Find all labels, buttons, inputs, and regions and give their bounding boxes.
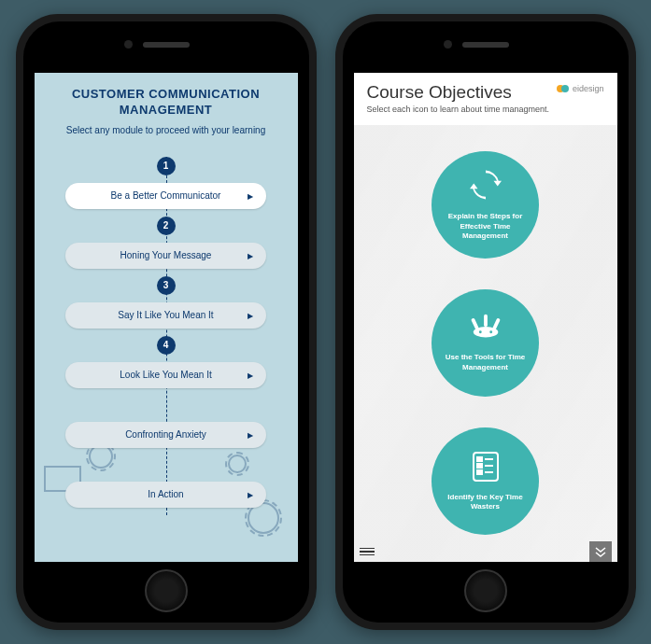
play-icon: ▶ (248, 490, 253, 498)
svg-rect-1 (471, 318, 479, 331)
play-icon: ▶ (248, 430, 253, 439)
phone-camera (124, 40, 133, 49)
bottom-bar (354, 541, 617, 562)
screen-customer-communication: CUSTOMER COMMUNICATION MANAGEMENT Select… (35, 73, 298, 562)
checklist-icon (473, 452, 499, 485)
screen-course-objectives: Course Objectives Select each icon to le… (354, 73, 617, 562)
module-label: Be a Better Communicator (111, 190, 221, 201)
module-label: Look Like You Mean It (120, 370, 211, 380)
module-button[interactable]: Say It Like You Mean It ▶ (65, 302, 266, 329)
brand-logo: eidesign (557, 84, 604, 93)
svg-point-4 (478, 331, 481, 334)
svg-rect-11 (477, 470, 482, 474)
objective-label: Use the Tools for Time Management (441, 353, 530, 372)
play-icon: ▶ (248, 311, 253, 319)
logo-dot-icon (561, 85, 569, 92)
svg-rect-3 (484, 315, 488, 327)
phone-camera (444, 40, 452, 49)
step-number: 1 (157, 157, 176, 175)
page-subtitle: Select any module to proceed with your l… (66, 124, 265, 136)
menu-icon[interactable] (360, 548, 375, 556)
objective-circle[interactable]: Identify the Key Time Wasters (432, 427, 539, 535)
objective-label: Identify the Key Time Wasters (441, 493, 530, 512)
phone-mockup-left: CUSTOMER COMMUNICATION MANAGEMENT Select… (16, 14, 317, 630)
home-button[interactable] (464, 569, 507, 612)
tools-icon (468, 314, 503, 345)
play-icon: ▶ (248, 371, 253, 379)
objectives-body: Explain the Steps for Effective Time Man… (354, 125, 617, 562)
svg-point-5 (489, 331, 492, 334)
phone-mockup-right: Course Objectives Select each icon to le… (335, 14, 636, 630)
step-number: 2 (157, 217, 176, 235)
play-icon: ▶ (248, 191, 253, 200)
module-label: Say It Like You Mean It (118, 310, 213, 320)
objective-circle[interactable]: Use the Tools for Time Management (432, 289, 539, 397)
module-button[interactable]: Honing Your Message ▶ (65, 243, 266, 269)
module-button[interactable]: In Action ▶ (65, 482, 266, 508)
phone-speaker (143, 42, 190, 48)
home-button[interactable] (145, 569, 188, 612)
phone-speaker (462, 42, 509, 48)
module-label: In Action (148, 489, 183, 499)
module-label: Honing Your Message (120, 250, 212, 260)
phone-frame: CUSTOMER COMMUNICATION MANAGEMENT Select… (23, 21, 309, 623)
module-list: 1 Be a Better Communicator ▶ 2 Honing Yo… (51, 157, 281, 515)
module-label: Confronting Anxiety (125, 429, 206, 440)
module-button[interactable]: Be a Better Communicator ▶ (65, 183, 266, 209)
svg-rect-7 (477, 457, 482, 461)
scroll-down-button[interactable] (589, 541, 612, 562)
objective-label: Explain the Steps for Effective Time Man… (441, 212, 530, 241)
objective-circle[interactable]: Explain the Steps for Effective Time Man… (432, 151, 539, 259)
page-subtitle: Select each icon to learn about time man… (367, 105, 557, 116)
module-button[interactable]: Look Like You Mean It ▶ (65, 362, 266, 388)
phone-frame: Course Objectives Select each icon to le… (343, 21, 629, 623)
module-button[interactable]: Confronting Anxiety ▶ (65, 422, 266, 448)
play-icon: ▶ (248, 251, 253, 259)
step-number: 3 (157, 276, 176, 295)
svg-rect-9 (477, 464, 482, 468)
page-title: Course Objectives (367, 82, 557, 103)
header: Course Objectives Select each icon to le… (354, 73, 617, 125)
cycle-icon (470, 169, 502, 204)
page-title: CUSTOMER COMMUNICATION MANAGEMENT (51, 87, 281, 119)
svg-rect-2 (491, 318, 500, 331)
step-number: 4 (157, 336, 176, 355)
brand-name: eidesign (573, 84, 604, 93)
